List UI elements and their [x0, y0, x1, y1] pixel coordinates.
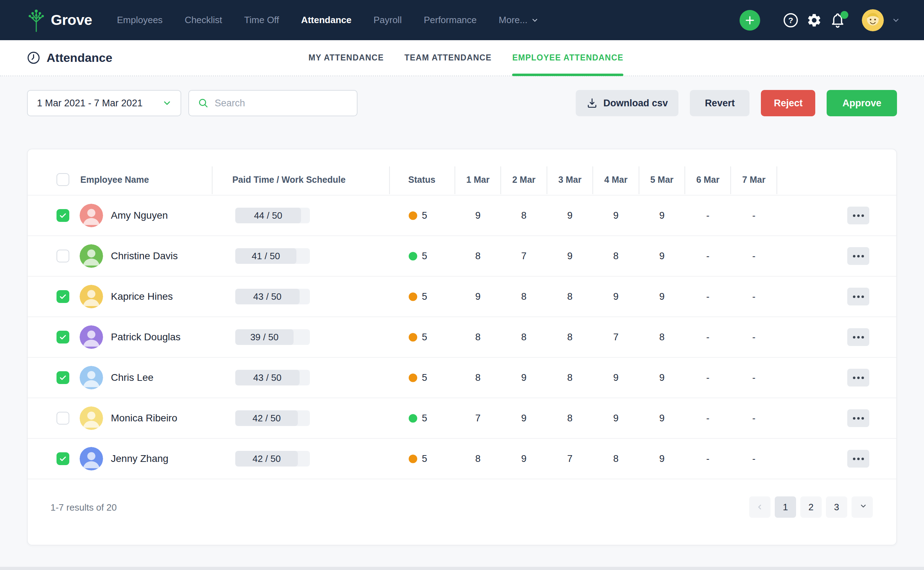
- day-value-cell: 7: [547, 439, 593, 479]
- help-icon: ?: [783, 12, 799, 28]
- row-checkbox[interactable]: [57, 412, 69, 424]
- row-checkbox[interactable]: [57, 290, 69, 303]
- status-dot: [409, 252, 417, 260]
- day-value-cell: 9: [593, 358, 638, 398]
- brand-logo[interactable]: Grove: [27, 9, 92, 32]
- reject-button[interactable]: Reject: [761, 90, 815, 116]
- day-value-cell: 9: [501, 439, 547, 479]
- day-values: 98999--: [455, 196, 777, 235]
- previous-page-button[interactable]: [749, 496, 770, 518]
- page-button-1[interactable]: 1: [775, 496, 796, 518]
- nav-item[interactable]: Performance: [424, 15, 477, 26]
- status-dot: [409, 454, 417, 463]
- check-icon: [59, 292, 67, 301]
- date-range-select[interactable]: 1 Mar 2021 - 7 Mar 2021: [27, 90, 181, 116]
- row-checkbox[interactable]: [57, 250, 69, 262]
- avatar: [79, 325, 103, 349]
- row-actions-button[interactable]: [847, 409, 869, 427]
- avatar: [79, 244, 103, 268]
- day-value-cell: 9: [639, 236, 685, 276]
- column-header-paid-time: Paid Time / Work Schedule: [218, 175, 360, 185]
- nav-item[interactable]: Checklist: [185, 15, 222, 26]
- user-avatar[interactable]: [862, 9, 884, 31]
- day-values: 89899--: [455, 358, 777, 398]
- row-actions-button[interactable]: [847, 450, 869, 467]
- row-actions-button[interactable]: [847, 288, 869, 305]
- download-csv-label: Download csv: [603, 98, 668, 109]
- avatar: [79, 366, 103, 389]
- attendance-tabs: MY ATTENDANCETEAM ATTENDANCEEMPLOYEE ATT…: [309, 40, 623, 75]
- employee-name: Patrick Douglas: [111, 331, 180, 343]
- notifications-button[interactable]: [830, 12, 845, 28]
- day-value-cell: -: [731, 236, 777, 276]
- column-separator: [638, 166, 639, 194]
- page-button-2[interactable]: 2: [800, 496, 822, 518]
- paid-time-progress: 43 / 50: [235, 370, 310, 385]
- row-checkbox[interactable]: [57, 452, 69, 465]
- approve-button[interactable]: Approve: [826, 90, 897, 116]
- row-actions-button[interactable]: [847, 369, 869, 386]
- table-row: Christine Davis 41 / 50 5 87989--: [28, 236, 896, 277]
- paid-time-progress: 39 / 50: [235, 329, 310, 345]
- column-header-day: 7 Mar: [731, 175, 777, 185]
- chevron-down-icon: [892, 16, 900, 25]
- select-all-checkbox[interactable]: [57, 173, 69, 186]
- day-value-cell: 8: [547, 358, 593, 398]
- row-actions-button[interactable]: [847, 207, 869, 224]
- download-csv-button[interactable]: Download csv: [576, 90, 679, 116]
- column-header-status: Status: [389, 175, 455, 185]
- ellipsis-icon: [853, 417, 855, 420]
- nav-item-label: Time Off: [244, 15, 279, 26]
- tab[interactable]: TEAM ATTENDANCE: [405, 40, 492, 75]
- add-button[interactable]: [739, 10, 760, 31]
- grove-tree-icon: [27, 9, 46, 32]
- paid-time-value: 44 / 50: [254, 210, 283, 221]
- day-value-cell: 8: [455, 317, 501, 357]
- ellipsis-icon: [853, 458, 855, 460]
- nav-item[interactable]: Employees: [117, 15, 163, 26]
- row-actions-button[interactable]: [847, 247, 869, 265]
- results-count: 1-7 results of 20: [50, 502, 116, 513]
- search-input[interactable]: [215, 98, 348, 109]
- employee-name: Kaprice Hines: [111, 291, 173, 302]
- chevron-down-icon: [531, 16, 539, 24]
- nav-item[interactable]: Time Off: [244, 15, 279, 26]
- day-value-cell: 9: [455, 277, 501, 316]
- column-separator: [684, 166, 685, 194]
- revert-button[interactable]: Revert: [690, 90, 750, 116]
- next-page-button[interactable]: [852, 496, 873, 518]
- paid-time-progress: 44 / 50: [235, 208, 310, 223]
- table-header: Employee Name Paid Time / Work Schedule …: [28, 149, 896, 196]
- column-separator: [776, 166, 777, 194]
- tab[interactable]: EMPLOYEE ATTENDANCE: [512, 40, 623, 75]
- day-value-cell: 9: [639, 277, 685, 316]
- status-cell: 5: [409, 251, 427, 262]
- check-icon: [59, 211, 67, 220]
- brand-name: Grove: [51, 12, 92, 28]
- status-dot: [409, 292, 417, 301]
- day-value-cell: -: [685, 236, 731, 276]
- progress-fill: 44 / 50: [235, 208, 301, 223]
- help-button[interactable]: ?: [783, 12, 799, 28]
- paid-time-value: 39 / 50: [250, 332, 279, 343]
- table-body: Amy Nguyen 44 / 50 5 98999--: [28, 196, 896, 479]
- pagination: 123: [749, 496, 873, 518]
- settings-button[interactable]: [806, 12, 822, 28]
- notification-badge: [840, 11, 848, 19]
- nav-item-label: Payroll: [374, 15, 402, 26]
- column-header-day: 4 Mar: [593, 175, 638, 185]
- employee-name: Jenny Zhang: [111, 453, 168, 464]
- nav-item[interactable]: Payroll: [374, 15, 402, 26]
- tab[interactable]: MY ATTENDANCE: [309, 40, 384, 75]
- nav-item[interactable]: More...: [499, 15, 539, 26]
- row-actions-button[interactable]: [847, 328, 869, 346]
- row-checkbox[interactable]: [57, 371, 69, 384]
- row-checkbox[interactable]: [57, 331, 69, 343]
- account-menu-caret[interactable]: [892, 16, 900, 25]
- paid-time-value: 43 / 50: [254, 372, 282, 383]
- page-button-3[interactable]: 3: [826, 496, 847, 518]
- nav-item[interactable]: Attendance: [301, 15, 351, 26]
- day-value-cell: 9: [639, 439, 685, 479]
- day-value-cell: 8: [501, 277, 547, 316]
- row-checkbox[interactable]: [57, 209, 69, 222]
